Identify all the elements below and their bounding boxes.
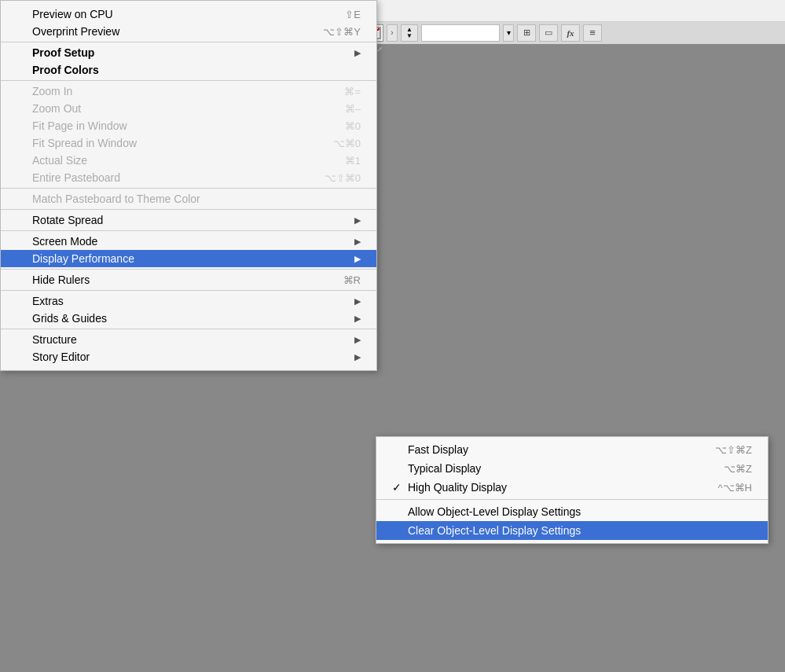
menu-section-display: Screen Mode ▶ Display Performance ▶ <box>1 231 376 270</box>
shortcut-actual-size: ⌘1 <box>345 155 361 167</box>
fill-arrow[interactable]: › <box>387 24 398 42</box>
check-high-quality: ✓ <box>392 481 405 494</box>
submenu-fast-display[interactable]: Fast Display ⌥⇧⌘Z <box>376 440 768 459</box>
arrow-proof-setup: ▶ <box>354 48 361 58</box>
label-zoom-out: Zoom Out <box>32 102 81 115</box>
shortcut-preview-cpu: ⇧E <box>345 9 361 20</box>
shortcut-fit-page: ⌘0 <box>345 120 361 132</box>
arrow-display-performance: ▶ <box>354 254 361 264</box>
shortcut-entire-pasteboard: ⌥⇧⌘0 <box>325 172 361 184</box>
arrow-structure: ▶ <box>354 335 361 345</box>
shortcut-overprint: ⌥⇧⌘Y <box>323 26 361 38</box>
label-proof-setup: Proof Setup <box>32 46 94 59</box>
menu-fit-spread[interactable]: Fit Spread in Window ⌥⌘0 <box>1 134 376 152</box>
label-fit-spread: Fit Spread in Window <box>32 137 137 149</box>
label-high-quality-display: High Quality Display <box>408 481 507 494</box>
label-clear-object-level: Clear Object-Level Display Settings <box>408 524 581 537</box>
menu-hide-rulers[interactable]: Hide Rulers ⌘R <box>1 271 376 288</box>
menu-match-pasteboard[interactable]: Match Pasteboard to Theme Color <box>1 190 376 207</box>
menu-overprint-preview[interactable]: Overprint Preview ⌥⇧⌘Y <box>1 23 376 40</box>
menu-zoom-out[interactable]: Zoom Out ⌘– <box>1 100 376 117</box>
menu-actual-size[interactable]: Actual Size ⌘1 <box>1 152 376 169</box>
label-extras: Extras <box>32 295 64 307</box>
scale-icon[interactable]: ⊞ <box>517 24 536 42</box>
canvas-area <box>361 44 785 672</box>
label-zoom-in: Zoom In <box>32 85 72 97</box>
label-grids-guides: Grids & Guides <box>32 312 107 325</box>
submenu-high-quality-display[interactable]: ✓ High Quality Display ^⌥⌘H <box>376 478 768 497</box>
label-story-editor: Story Editor <box>32 351 90 363</box>
arrow-screen-mode: ▶ <box>354 237 361 247</box>
shortcut-fit-spread: ⌥⌘0 <box>333 138 361 149</box>
menu-story-editor[interactable]: Story Editor ▶ <box>1 348 376 365</box>
menu-grids-guides[interactable]: Grids & Guides ▶ <box>1 310 376 327</box>
menu-section-zoom: Zoom In ⌘= Zoom Out ⌘– Fit Page in Windo… <box>1 81 376 189</box>
submenu-divider <box>376 499 768 500</box>
shortcut-zoom-in: ⌘= <box>344 86 361 97</box>
label-fast-display: Fast Display <box>408 443 468 456</box>
shortcut-typical-display: ⌥⌘Z <box>724 463 752 475</box>
toolbar-row-1: › ▲ ▼ ▾ ⊞ ▭ fx ≡ <box>361 22 785 44</box>
menu-proof-setup[interactable]: Proof Setup ▶ <box>1 44 376 61</box>
menu-rotate-spread[interactable]: Rotate Spread ▶ <box>1 211 376 229</box>
label-entire-pasteboard: Entire Pasteboard <box>32 171 120 184</box>
menu-section-rulers: Hide Rulers ⌘R <box>1 270 376 291</box>
label-preview-cpu: Preview on CPU <box>32 8 113 20</box>
submenu-typical-display[interactable]: Typical Display ⌥⌘Z <box>376 459 768 478</box>
menu-screen-mode[interactable]: Screen Mode ▶ <box>1 233 376 250</box>
stroke-weight-spinner[interactable]: ▲ ▼ <box>401 24 418 42</box>
menu-fit-page[interactable]: Fit Page in Window ⌘0 <box>1 117 376 134</box>
label-typical-display: Typical Display <box>408 462 481 475</box>
label-overprint: Overprint Preview <box>32 25 119 38</box>
label-allow-object-level: Allow Object-Level Display Settings <box>408 505 581 518</box>
menu-section-proof: Proof Setup ▶ Proof Colors <box>1 42 376 81</box>
label-rotate-spread: Rotate Spread <box>32 214 103 226</box>
frame-icon[interactable]: ▭ <box>539 24 558 42</box>
dropdown-arrow-1[interactable]: ▾ <box>503 24 514 42</box>
menu-entire-pasteboard[interactable]: Entire Pasteboard ⌥⇧⌘0 <box>1 169 376 186</box>
view-menu-dropdown: Preview on CPU ⇧E Overprint Preview ⌥⇧⌘Y… <box>0 0 377 371</box>
label-proof-colors: Proof Colors <box>32 64 99 76</box>
shortcut-hide-rulers: ⌘R <box>343 274 361 286</box>
menu-section-rotate: Rotate Spread ▶ <box>1 210 376 231</box>
label-structure: Structure <box>32 333 77 346</box>
menu-display-performance[interactable]: Display Performance ▶ <box>1 250 376 267</box>
fx-icon[interactable]: fx <box>561 24 580 42</box>
arrow-rotate-spread: ▶ <box>354 215 361 226</box>
label-display-performance: Display Performance <box>32 252 134 265</box>
shortcut-high-quality-display: ^⌥⌘H <box>718 482 753 494</box>
submenu-clear-object-level[interactable]: Clear Object-Level Display Settings <box>376 521 768 540</box>
label-fit-page: Fit Page in Window <box>32 119 127 132</box>
align-icon[interactable]: ≡ <box>583 24 602 42</box>
display-performance-submenu: Fast Display ⌥⇧⌘Z Typical Display ⌥⌘Z ✓ … <box>376 436 768 544</box>
stroke-dropdown[interactable] <box>421 24 500 42</box>
menu-structure[interactable]: Structure ▶ <box>1 331 376 348</box>
menu-proof-colors[interactable]: Proof Colors <box>1 61 376 79</box>
arrow-story-editor: ▶ <box>354 352 361 362</box>
menu-section-structure: Structure ▶ Story Editor ▶ <box>1 329 376 367</box>
arrow-extras: ▶ <box>354 296 361 307</box>
menu-preview-cpu[interactable]: Preview on CPU ⇧E <box>1 6 376 23</box>
menu-section-pasteboard: Match Pasteboard to Theme Color <box>1 189 376 210</box>
shortcut-fast-display: ⌥⇧⌘Z <box>715 444 752 456</box>
menu-extras[interactable]: Extras ▶ <box>1 292 376 310</box>
menu-zoom-in[interactable]: Zoom In ⌘= <box>1 83 376 100</box>
label-hide-rulers: Hide Rulers <box>32 274 90 286</box>
label-actual-size: Actual Size <box>32 154 87 167</box>
arrow-grids-guides: ▶ <box>354 314 361 324</box>
label-screen-mode: Screen Mode <box>32 235 97 248</box>
label-match-pasteboard: Match Pasteboard to Theme Color <box>32 193 200 205</box>
shortcut-zoom-out: ⌘– <box>345 103 361 115</box>
submenu-allow-object-level[interactable]: Allow Object-Level Display Settings <box>376 502 768 521</box>
menu-section-preview: Preview on CPU ⇧E Overprint Preview ⌥⇧⌘Y <box>1 4 376 42</box>
menu-section-extras: Extras ▶ Grids & Guides ▶ <box>1 291 376 329</box>
